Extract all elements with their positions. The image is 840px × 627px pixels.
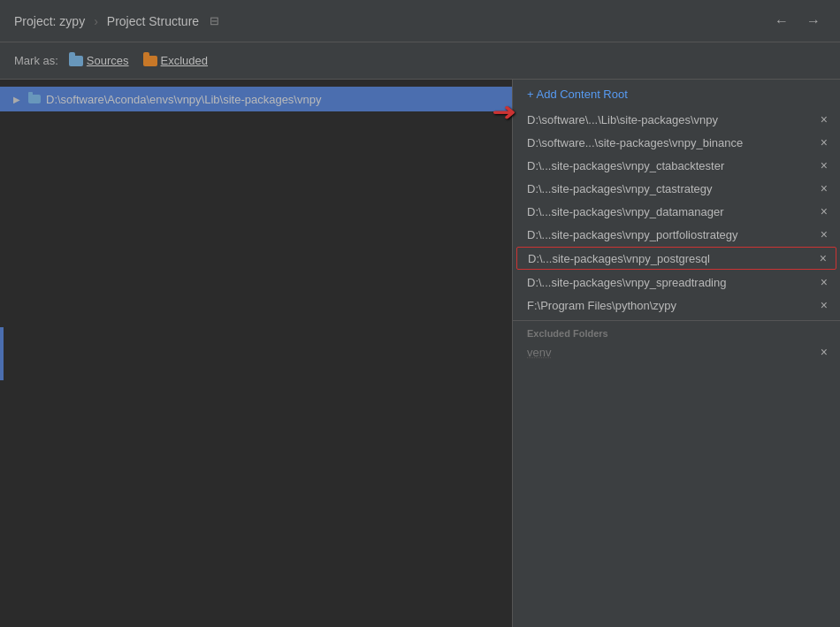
- content-roots-list: D:\software\...\Lib\site-packages\vnpy ×…: [513, 108, 840, 317]
- content-root-label: D:\...site-packages\vnpy_spreadtrading: [527, 276, 819, 289]
- content-root-label: D:\...site-packages\vnpy_portfoliostrate…: [527, 228, 819, 241]
- left-panel: ▶ D:\software\Aconda\envs\vnpy\Lib\site-…: [0, 80, 513, 627]
- remove-button[interactable]: ×: [819, 299, 829, 311]
- excluded-folders-header: Excluded Folders: [513, 325, 840, 340]
- sources-button[interactable]: Sources: [65, 52, 133, 69]
- tree-row[interactable]: ▶ D:\software\Aconda\envs\vnpy\Lib\site-…: [0, 87, 512, 111]
- remove-button[interactable]: ×: [819, 182, 829, 195]
- remove-button[interactable]: ×: [819, 113, 829, 126]
- title-bar: Project: zypy › Project Structure ⊟ ← →: [0, 0, 840, 42]
- excluded-folder-icon: [143, 56, 157, 66]
- remove-button[interactable]: ×: [818, 252, 829, 264]
- content-root-item[interactable]: D:\...site-packages\vnpy_ctastrategy ×: [513, 177, 840, 200]
- content-root-label: D:\software...\site-packages\vnpy_binanc…: [527, 136, 819, 149]
- remove-button[interactable]: ×: [819, 136, 829, 149]
- mark-as-label: Mark as:: [14, 54, 58, 67]
- content-root-label: D:\...site-packages\vnpy_postgresql: [528, 252, 818, 265]
- forward-button[interactable]: →: [801, 11, 826, 31]
- content-root-item[interactable]: D:\...site-packages\vnpy_datamanager ×: [513, 200, 840, 223]
- content-root-highlighted-item[interactable]: D:\...site-packages\vnpy_postgresql ×: [516, 247, 836, 270]
- breadcrumb-separator: ›: [94, 14, 98, 28]
- content-root-item[interactable]: D:\...site-packages\vnpy_spreadtrading ×: [513, 271, 840, 294]
- content-root-item[interactable]: D:\software...\site-packages\vnpy_binanc…: [513, 131, 840, 154]
- content-root-label: D:\...site-packages\vnpy_ctastrategy: [527, 182, 819, 195]
- add-content-root-button[interactable]: + Add Content Root: [513, 80, 840, 108]
- expand-arrow: ▶: [11, 95, 23, 104]
- remove-button[interactable]: ×: [819, 228, 829, 241]
- content-root-label: D:\...site-packages\vnpy_ctabacktester: [527, 159, 819, 172]
- left-indicator: [0, 327, 4, 380]
- excluded-folder-item[interactable]: venv ×: [513, 340, 840, 363]
- content-root-item[interactable]: D:\software\...\Lib\site-packages\vnpy ×: [513, 108, 840, 131]
- remove-button[interactable]: ×: [819, 276, 829, 288]
- remove-excluded-button[interactable]: ×: [819, 346, 829, 358]
- content-root-label: D:\software\...\Lib\site-packages\vnpy: [527, 113, 819, 126]
- excluded-folder-label: venv: [527, 346, 819, 359]
- content-root-label: F:\Program Files\python\zypy: [527, 299, 819, 312]
- main-content: ▶ D:\software\Aconda\envs\vnpy\Lib\site-…: [0, 80, 840, 627]
- remove-button[interactable]: ×: [819, 159, 829, 172]
- content-root-item[interactable]: D:\...site-packages\vnpy_ctabacktester ×: [513, 154, 840, 177]
- content-root-label: D:\...site-packages\vnpy_datamanager: [527, 205, 819, 218]
- section-label: Project Structure: [107, 14, 199, 28]
- excluded-label: Excluded: [161, 54, 208, 67]
- red-arrow-icon: ➜: [492, 97, 516, 126]
- back-button[interactable]: ←: [769, 11, 794, 31]
- excluded-folders-section: Excluded Folders venv ×: [513, 320, 840, 363]
- mark-as-bar: Mark as: Sources Excluded: [0, 42, 840, 80]
- excluded-button[interactable]: Excluded: [140, 52, 211, 69]
- project-label: Project: zypy: [14, 14, 85, 28]
- sources-folder-icon: [69, 56, 83, 66]
- tree-row-label: D:\software\Aconda\envs\vnpy\Lib\site-pa…: [46, 93, 321, 106]
- remove-button[interactable]: ×: [819, 205, 829, 218]
- folder-icon: [28, 95, 41, 103]
- settings-icon: ⊟: [210, 14, 219, 27]
- right-panel[interactable]: + Add Content Root D:\software\...\Lib\s…: [513, 80, 840, 627]
- content-root-item[interactable]: D:\...site-packages\vnpy_portfoliostrate…: [513, 223, 840, 246]
- sources-label: Sources: [87, 54, 129, 67]
- content-root-item[interactable]: F:\Program Files\python\zypy ×: [513, 294, 840, 317]
